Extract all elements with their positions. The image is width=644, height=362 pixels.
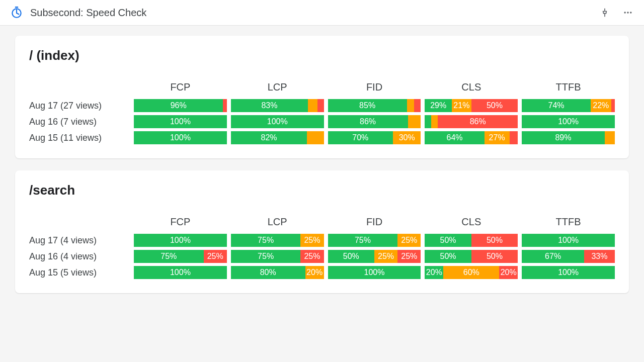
- bar-segment: 67%: [522, 250, 584, 263]
- metric-bar[interactable]: 100%: [134, 115, 227, 128]
- bar-segment: [408, 115, 421, 128]
- metric-bar[interactable]: 89%: [522, 131, 615, 144]
- metric-bar[interactable]: 82%: [231, 131, 324, 144]
- metric-bar[interactable]: 100%: [231, 115, 324, 128]
- bar-segment: 25%: [300, 234, 324, 247]
- bar-segment: 89%: [522, 131, 604, 144]
- metric-bar[interactable]: 100%: [134, 131, 227, 144]
- metrics-grid: FCPLCPFIDCLSTTFBAug 17 (4 views)100%75%2…: [29, 216, 615, 279]
- bar-segment: [425, 115, 431, 128]
- metric-bar[interactable]: 80%20%: [231, 266, 324, 279]
- metric-bar[interactable]: 50%50%: [425, 234, 518, 247]
- bar-segment: 21%: [452, 99, 471, 112]
- metric-bar[interactable]: 50%50%: [425, 250, 518, 263]
- bar-segment: 100%: [134, 234, 227, 247]
- metric-bar[interactable]: 20%60%20%: [425, 266, 518, 279]
- bar-segment: 83%: [231, 99, 308, 112]
- bar-segment: 20%: [425, 266, 443, 279]
- bar-segment: [308, 99, 317, 112]
- bar-segment: 50%: [471, 250, 518, 263]
- bar-segment: 75%: [231, 234, 301, 247]
- metric-bar[interactable]: 100%: [522, 115, 615, 128]
- extension-header: Subsecond: Speed Check: [0, 0, 644, 26]
- card-title: / (index): [29, 48, 615, 63]
- column-header: CLS: [425, 81, 518, 96]
- page-title: Subsecond: Speed Check: [30, 7, 598, 19]
- bar-segment: 33%: [584, 250, 615, 263]
- svg-point-4: [627, 12, 628, 13]
- bar-segment: [611, 99, 615, 112]
- bar-segment: 86%: [328, 115, 408, 128]
- bar-segment: [307, 131, 324, 144]
- metric-bar[interactable]: 100%: [328, 266, 421, 279]
- pin-button[interactable]: [598, 6, 612, 20]
- row-label: Aug 16 (7 views): [29, 117, 130, 127]
- metrics-card: / (index)FCPLCPFIDCLSTTFBAug 17 (27 view…: [15, 36, 629, 158]
- metric-bar[interactable]: 100%: [522, 234, 615, 247]
- metric-bar[interactable]: 100%: [522, 266, 615, 279]
- bar-segment: 100%: [328, 266, 421, 279]
- bar-segment: 50%: [328, 250, 374, 263]
- bar-segment: 74%: [522, 99, 591, 112]
- metric-bar[interactable]: 75%25%: [134, 250, 227, 263]
- bar-segment: [431, 115, 438, 128]
- metric-bar[interactable]: 74%22%: [522, 99, 615, 112]
- metric-bar[interactable]: 29%21%50%: [425, 99, 518, 112]
- svg-point-3: [624, 12, 626, 13]
- bar-segment: 50%: [471, 234, 518, 247]
- metric-bar[interactable]: 50%25%25%: [328, 250, 421, 263]
- more-button[interactable]: [621, 6, 635, 20]
- metric-bar[interactable]: 70%30%: [328, 131, 421, 144]
- bar-segment: 20%: [499, 266, 518, 279]
- bar-segment: 100%: [134, 131, 227, 144]
- column-header: FCP: [134, 216, 227, 231]
- bar-segment: 75%: [328, 234, 398, 247]
- column-header: LCP: [231, 216, 324, 231]
- stopwatch-icon: [9, 5, 24, 20]
- bar-segment: 85%: [328, 99, 407, 112]
- bar-segment: [510, 131, 518, 144]
- card-title: /search: [29, 183, 615, 198]
- bar-segment: 20%: [305, 266, 324, 279]
- bar-segment: 50%: [425, 250, 471, 263]
- bar-segment: 86%: [438, 115, 518, 128]
- content-area: / (index)FCPLCPFIDCLSTTFBAug 17 (27 view…: [0, 26, 644, 315]
- column-header: FCP: [134, 81, 227, 96]
- column-header: TTFB: [522, 81, 615, 96]
- metric-bar[interactable]: 86%: [425, 115, 518, 128]
- metric-bar[interactable]: 67%33%: [522, 250, 615, 263]
- column-header: TTFB: [522, 216, 615, 231]
- metric-bar[interactable]: 86%: [328, 115, 421, 128]
- metric-bar[interactable]: 64%27%: [425, 131, 518, 144]
- metric-bar[interactable]: 75%25%: [328, 234, 421, 247]
- metric-bar[interactable]: 96%: [134, 99, 227, 112]
- bar-segment: 25%: [397, 250, 421, 263]
- bar-segment: 60%: [443, 266, 499, 279]
- metric-bar[interactable]: 75%25%: [231, 234, 324, 247]
- bar-segment: [223, 99, 226, 112]
- header-actions: [598, 6, 635, 20]
- metric-bar[interactable]: 83%: [231, 99, 324, 112]
- bar-segment: 100%: [522, 266, 615, 279]
- metric-bar[interactable]: 100%: [134, 234, 227, 247]
- column-header: FID: [328, 216, 421, 231]
- bar-segment: 29%: [425, 99, 452, 112]
- bar-segment: 22%: [591, 99, 611, 112]
- metrics-grid: FCPLCPFIDCLSTTFBAug 17 (27 views)96%83%8…: [29, 81, 615, 144]
- bar-segment: [407, 99, 415, 112]
- row-label: Aug 16 (4 views): [29, 251, 130, 262]
- row-label: Aug 15 (5 views): [29, 267, 130, 278]
- bar-segment: 25%: [397, 234, 421, 247]
- bar-segment: 75%: [134, 250, 204, 263]
- metric-bar[interactable]: 100%: [134, 266, 227, 279]
- bar-segment: [605, 131, 615, 144]
- metric-bar[interactable]: 85%: [328, 99, 421, 112]
- bar-segment: [317, 99, 324, 112]
- column-header: CLS: [425, 216, 518, 231]
- bar-segment: 100%: [231, 115, 324, 128]
- column-header: FID: [328, 81, 421, 96]
- bar-segment: 70%: [328, 131, 393, 144]
- bar-segment: 100%: [134, 115, 227, 128]
- bar-segment: 50%: [471, 99, 518, 112]
- metric-bar[interactable]: 75%25%: [231, 250, 324, 263]
